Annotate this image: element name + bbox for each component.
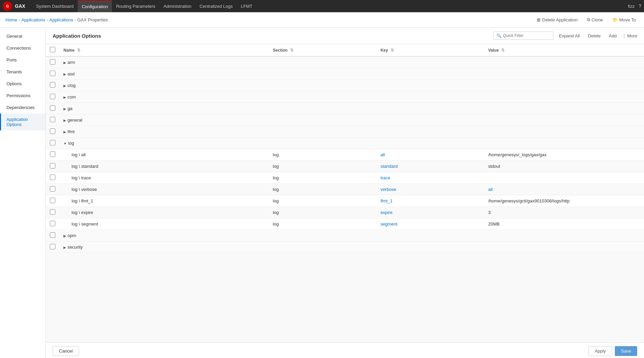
row-value: all	[484, 184, 644, 195]
row-checkbox-log-all[interactable]	[50, 151, 55, 157]
row-value: stdout	[484, 161, 644, 172]
row-name: ▶general	[59, 114, 269, 126]
content-toolbar: 🔍 Expand All Delete Add ⋮ More	[493, 32, 637, 40]
options-table: Name ⇅ Section ⇅ Key ⇅	[46, 44, 644, 253]
sidebar-item-options[interactable]: Options	[0, 78, 45, 90]
sidebar-item-ports[interactable]: Ports	[0, 54, 45, 66]
breadcrumb-applications-1[interactable]: Applications	[21, 17, 45, 22]
footer-right: Apply Save	[588, 346, 637, 356]
breadcrumb-home[interactable]: Home	[5, 17, 17, 22]
row-name: ▼log	[59, 138, 269, 149]
delete-button[interactable]: Delete	[585, 32, 604, 40]
more-button[interactable]: ⋮ More	[622, 33, 637, 38]
row-checkbox-log-trace[interactable]	[50, 175, 55, 180]
row-name: ▶arm	[59, 56, 269, 68]
table-row: ▶ga	[46, 103, 644, 114]
table-row: ▶com	[46, 91, 644, 103]
breadcrumb-current: GAX Properties	[77, 17, 108, 22]
name-sort-icon: ⇅	[77, 48, 80, 53]
nav-centralized-logs[interactable]: Centralized Logs	[195, 0, 237, 12]
cancel-button[interactable]: Cancel	[53, 346, 79, 356]
row-check	[46, 56, 59, 68]
col-header-value[interactable]: Value ⇅	[484, 44, 644, 56]
row-checkbox-asd[interactable]	[50, 71, 55, 76]
row-checkbox-log-standard[interactable]	[50, 163, 55, 168]
row-checkbox-log-segment[interactable]	[50, 221, 55, 226]
sidebar-item-application-options[interactable]: Application Options	[0, 113, 45, 130]
row-section: log	[269, 207, 376, 218]
breadcrumb-applications-2[interactable]: Applications	[49, 17, 73, 22]
delete-icon: 🗑	[536, 17, 541, 22]
expand-icon[interactable]: ▶	[63, 246, 66, 249]
row-section: log	[269, 172, 376, 184]
row-check	[46, 103, 59, 114]
row-check	[46, 68, 59, 80]
add-button[interactable]: Add	[606, 32, 619, 40]
expand-icon[interactable]: ▶	[63, 72, 66, 76]
row-checkbox-opm[interactable]	[50, 232, 55, 238]
user-name: fizz	[628, 4, 635, 9]
quick-filter-container: 🔍	[493, 32, 553, 40]
row-check	[46, 172, 59, 184]
col-header-name[interactable]: Name ⇅	[59, 44, 269, 56]
delete-application-button[interactable]: 🗑 Delete Application	[534, 16, 580, 24]
row-checkbox-com[interactable]	[50, 94, 55, 99]
row-check	[46, 207, 59, 218]
save-button[interactable]: Save	[615, 346, 637, 356]
footer-left: Cancel	[53, 346, 79, 356]
expand-icon[interactable]: ▶	[63, 61, 66, 65]
nav-system-dashboard[interactable]: System Dashboard	[32, 0, 78, 12]
row-name: ▶lfmt	[59, 126, 269, 138]
row-name: log \ lfmt_1	[59, 195, 269, 207]
expand-icon[interactable]: ▶	[63, 95, 66, 99]
help-icon[interactable]: ?	[639, 3, 641, 9]
select-all-checkbox[interactable]	[50, 47, 55, 52]
sidebar-item-permissions[interactable]: Permissions	[0, 90, 45, 102]
expand-icon[interactable]: ▶	[63, 130, 66, 134]
row-checkbox-security[interactable]	[50, 244, 55, 249]
expand-icon[interactable]: ▶	[63, 107, 66, 111]
nav-lfmt[interactable]: LFMT	[237, 0, 257, 12]
move-to-button[interactable]: 📁 Move To	[610, 16, 639, 24]
move-icon: 📁	[612, 17, 618, 22]
expand-icon[interactable]: ▶	[63, 84, 66, 88]
row-checkbox-general[interactable]	[50, 117, 55, 122]
expand-icon[interactable]: ▶	[63, 119, 66, 122]
table-row: log \ segment log segment 20MB	[46, 218, 644, 230]
expand-icon[interactable]: ▼	[63, 142, 67, 145]
row-name: log \ expire	[59, 207, 269, 218]
row-checkbox-log-expire[interactable]	[50, 209, 55, 215]
quick-filter-input[interactable]	[503, 33, 550, 38]
sidebar-item-tenants[interactable]: Tenants	[0, 66, 45, 78]
nav-configuration[interactable]: Configuration	[78, 0, 112, 12]
expand-icon[interactable]: ▶	[63, 234, 66, 238]
row-name: ▶security	[59, 241, 269, 253]
nav-routing-parameters[interactable]: Routing Parameters	[112, 0, 159, 12]
row-checkbox-ga[interactable]	[50, 105, 55, 111]
row-checkbox-log-verbose[interactable]	[50, 186, 55, 192]
sidebar-item-dependencies[interactable]: Dependencies	[0, 102, 45, 113]
table-row: ▶arm	[46, 56, 644, 68]
row-checkbox-log[interactable]	[50, 140, 55, 145]
row-checkbox-arm[interactable]	[50, 59, 55, 65]
expand-all-button[interactable]: Expand All	[556, 32, 582, 40]
row-name: log \ verbose	[59, 184, 269, 195]
row-checkbox-clog[interactable]	[50, 82, 55, 88]
row-section: log	[269, 184, 376, 195]
apply-button[interactable]: Apply	[588, 346, 612, 356]
row-check	[46, 80, 59, 91]
row-value: 20MB	[484, 218, 644, 230]
row-checkbox-lfmt[interactable]	[50, 128, 55, 134]
row-value: /home/genesys/_logs/gax/gax	[484, 149, 644, 161]
col-header-section[interactable]: Section ⇅	[269, 44, 376, 56]
sidebar-item-connections[interactable]: Connections	[0, 42, 45, 54]
row-checkbox-log-lfmt1[interactable]	[50, 198, 55, 203]
row-section: log	[269, 195, 376, 207]
nav-administration[interactable]: Administration	[159, 0, 195, 12]
row-name: log \ segment	[59, 218, 269, 230]
col-header-key[interactable]: Key ⇅	[376, 44, 484, 56]
clone-button[interactable]: ⧉ Clone	[584, 16, 606, 24]
table-row: ▶clog	[46, 80, 644, 91]
breadcrumb-sep-2: ›	[46, 17, 48, 22]
sidebar-item-general[interactable]: General	[0, 30, 45, 42]
